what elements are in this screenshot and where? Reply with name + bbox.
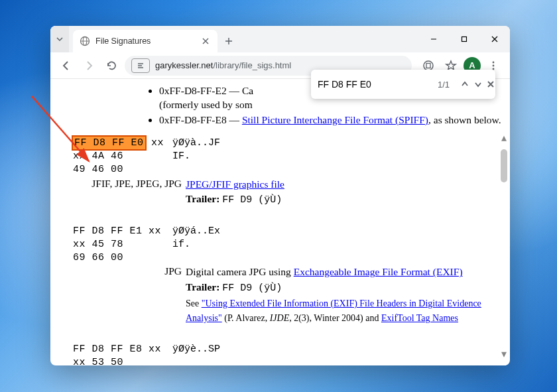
vertical-scrollbar[interactable]: ▴ ▾: [499, 133, 509, 359]
exiftool-link[interactable]: ExifTool Tag Names: [381, 313, 458, 323]
forward-button[interactable]: [80, 56, 98, 75]
jpeg-jfif-link[interactable]: JPEG/JFIF graphics file: [186, 178, 284, 190]
titlebar: File Signatures: [50, 26, 510, 52]
list-item: 0xFF-D8-FF-E8 — Still Picture Interchang…: [159, 113, 507, 127]
site-info-icon[interactable]: [131, 58, 150, 73]
tab-close-button[interactable]: [200, 36, 211, 46]
exif-link[interactable]: Exchangeable Image File Format (EXIF): [294, 266, 463, 277]
find-close-button[interactable]: [487, 76, 495, 93]
svg-point-10: [493, 61, 495, 63]
new-tab-button[interactable]: [217, 30, 240, 52]
ascii-repr: ÿØÿà..JF IF.: [172, 137, 507, 164]
svg-rect-4: [462, 37, 467, 42]
globe-icon: [80, 36, 90, 46]
scroll-thumb[interactable]: [501, 149, 507, 182]
tab-search-button[interactable]: [50, 26, 69, 52]
hex-signature: FF D8 FF E1 xx xx 45 78 69 66 00: [73, 225, 172, 265]
browser-window: File Signatures garykessler.net/library/…: [50, 26, 510, 365]
browser-tab[interactable]: File Signatures: [73, 30, 217, 52]
window-close-button[interactable]: [479, 26, 510, 52]
minimize-button[interactable]: [418, 26, 449, 52]
back-button[interactable]: [57, 56, 76, 75]
ascii-repr: ÿØÿè..SP: [172, 343, 507, 356]
reload-button[interactable]: [102, 56, 121, 75]
trailer-hex: FF D9 (ÿÙ): [222, 194, 282, 206]
trailer-hex: FF D9 (ÿÙ): [222, 283, 282, 294]
maximize-button[interactable]: [449, 26, 479, 52]
svg-point-8: [424, 61, 433, 70]
file-extensions: JFIF, JPE, JPEG, JPG: [73, 177, 186, 191]
highlighted-match: FF D8 FF E0: [73, 137, 145, 149]
trailer-label: Trailer:: [186, 281, 219, 293]
trailer-label: Trailer:: [186, 193, 219, 204]
find-input[interactable]: [318, 79, 434, 90]
spiff-link[interactable]: Still Picture Interchange File Format (S…: [242, 114, 428, 125]
file-extensions: JPG: [73, 265, 186, 279]
ascii-repr: ÿØÿá..Ex if.: [172, 225, 507, 252]
find-next-button[interactable]: [473, 76, 483, 93]
address-text: garykessler.net/library/file_sigs.html: [155, 60, 291, 70]
scroll-up-arrow-icon[interactable]: ▴: [499, 133, 509, 143]
scroll-down-arrow-icon[interactable]: ▾: [499, 350, 509, 359]
page-content: 0xFF-D8-FF-E2 — Ca(formerly used by som …: [50, 79, 510, 365]
svg-rect-9: [426, 63, 430, 68]
find-match-count: 1/1: [438, 80, 450, 90]
hex-signature: FF D8 FF E8 xx xx 53 50: [73, 343, 172, 365]
hex-signature: FF D8 FF E0 xx xx 4A 46 49 46 00: [73, 137, 172, 177]
svg-point-11: [493, 64, 495, 66]
find-prev-button[interactable]: [460, 76, 469, 93]
tab-title: File Signatures: [95, 36, 195, 46]
find-in-page-bar: 1/1: [311, 70, 495, 99]
